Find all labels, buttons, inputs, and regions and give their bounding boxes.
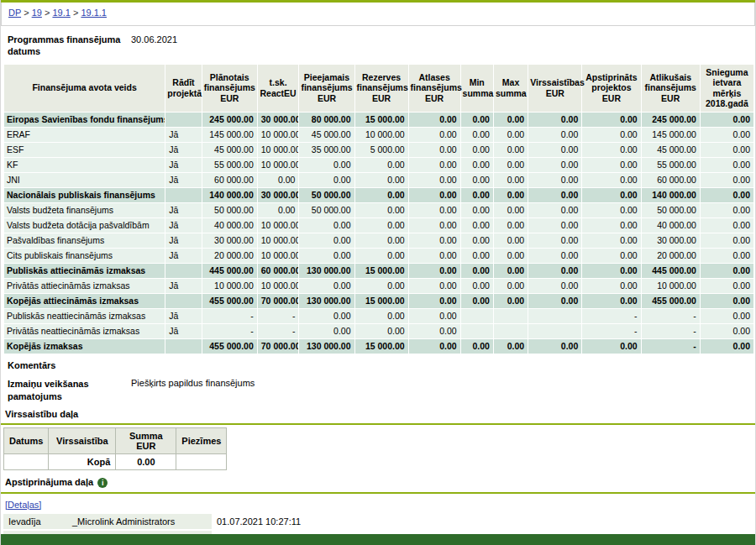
amount-cell: 0.00 bbox=[528, 233, 582, 248]
bottom-bar bbox=[1, 534, 755, 545]
amount-cell: 0.00 bbox=[460, 202, 493, 217]
virssaistibas-empty-cell bbox=[4, 453, 49, 469]
amount-cell: 0.00 bbox=[460, 172, 493, 187]
comment-block: Komentārs bbox=[1, 354, 755, 373]
show-in-project-cell bbox=[165, 338, 202, 354]
change-reason-value: Piešķirts papildus finansējums bbox=[131, 378, 255, 402]
amount-cell: 15 000.00 bbox=[354, 263, 408, 278]
amount-cell: 0.00 bbox=[528, 172, 582, 187]
amount-cell: 0.00 bbox=[408, 293, 460, 308]
amount-cell: 45 000.00 bbox=[299, 127, 354, 142]
amount-cell: 50 000.00 bbox=[299, 202, 354, 217]
breadcrumb-link[interactable]: 19.1 bbox=[52, 8, 70, 18]
finance-column-header: Finansējuma avota veids bbox=[4, 64, 165, 112]
finance-row: KFJā55 000.0010 000.000.000.000.000.000.… bbox=[4, 157, 754, 172]
finance-column-header: Snieguma ietvara mērķis 2018.gadā bbox=[700, 64, 753, 112]
amount-cell: 60 000.00 bbox=[202, 172, 257, 187]
finance-column-header: Max summa bbox=[493, 64, 528, 112]
breadcrumb: DP > 19 > 19.1 > 19.1.1 bbox=[1, 3, 755, 26]
finance-column-header: Rezerves finansējums EUR bbox=[354, 64, 408, 112]
amount-cell: 0.00 bbox=[299, 157, 354, 172]
funding-source-cell: Eiropas Savienības fondu finansējums bbox=[4, 112, 165, 127]
amount-cell: 0.00 bbox=[299, 278, 354, 293]
amount-cell: 0.00 bbox=[460, 112, 493, 127]
amount-cell: 0.00 bbox=[408, 112, 460, 127]
amount-cell: 0.00 bbox=[700, 187, 753, 202]
amount-cell: 50 000.00 bbox=[641, 202, 700, 217]
amount-cell: 30 000.00 bbox=[202, 233, 257, 248]
finance-row: Valsts budžeta dotācija pašvaldībāmJā40 … bbox=[4, 217, 754, 233]
amount-cell: 0.00 bbox=[460, 157, 493, 172]
amount-cell: - bbox=[257, 323, 299, 338]
amount-cell: 0.00 bbox=[460, 338, 493, 354]
amount-cell: 0.00 bbox=[460, 187, 493, 202]
amount-cell: 55 000.00 bbox=[202, 157, 257, 172]
finance-column-header: Rādīt projektā bbox=[165, 64, 202, 112]
show-in-project-cell: Jā bbox=[165, 248, 202, 263]
virssaistibas-section-title: Virssaistību daļa bbox=[1, 404, 755, 422]
finance-table: Finansējuma avota veidsRādīt projektāPlā… bbox=[3, 64, 754, 354]
show-in-project-cell: Jā bbox=[165, 172, 202, 187]
amount-cell: 0.00 bbox=[460, 217, 493, 233]
show-in-project-cell: Jā bbox=[165, 127, 202, 142]
finance-column-header: Apstiprināts projektos EUR bbox=[582, 64, 641, 112]
finance-column-header: Min summa bbox=[460, 64, 493, 112]
amount-cell: 0.00 bbox=[700, 112, 753, 127]
section-divider bbox=[1, 423, 755, 425]
breadcrumb-link[interactable]: DP bbox=[8, 8, 21, 18]
amount-cell: - bbox=[202, 323, 257, 338]
amount-cell: 0.00 bbox=[493, 293, 528, 308]
amount-cell: 50 000.00 bbox=[202, 202, 257, 217]
info-icon[interactable]: i bbox=[97, 478, 108, 488]
amount-cell: 0.00 bbox=[582, 142, 641, 157]
amount-cell: 35 000.00 bbox=[299, 142, 354, 157]
amount-cell: 0.00 bbox=[582, 248, 641, 263]
amount-cell: 0.00 bbox=[528, 293, 582, 308]
amount-cell: 0.00 bbox=[528, 187, 582, 202]
amount-cell: - bbox=[257, 308, 299, 323]
virssaistibas-column-header: Piezīmes bbox=[176, 427, 227, 453]
amount-cell: 145 000.00 bbox=[641, 127, 700, 142]
amount-cell: 0.00 bbox=[582, 157, 641, 172]
approval-action-cell bbox=[323, 514, 356, 530]
virssaistibas-column-header: Datums bbox=[4, 427, 49, 453]
amount-cell: 0.00 bbox=[528, 338, 582, 354]
amount-cell: 0.00 bbox=[700, 248, 753, 263]
amount-cell: 130 000.00 bbox=[299, 293, 354, 308]
amount-cell: 0.00 bbox=[528, 217, 582, 233]
amount-cell: 0.00 bbox=[493, 233, 528, 248]
amount-cell: 130 000.00 bbox=[299, 263, 354, 278]
breadcrumb-link[interactable]: 19 bbox=[32, 8, 42, 18]
amount-cell: 30 000.00 bbox=[641, 233, 700, 248]
amount-cell: 0.00 bbox=[408, 202, 460, 217]
amount-cell: 0.00 bbox=[582, 278, 641, 293]
amount-cell: 0.00 bbox=[493, 172, 528, 187]
approval-section-title: Apstiprinājuma daļai bbox=[1, 472, 755, 490]
finance-summary-row: Publiskās attiecināmās izmaksas445 000.0… bbox=[4, 263, 754, 278]
approval-role-label: Ievadīja bbox=[3, 514, 67, 530]
breadcrumb-link[interactable]: 19.1.1 bbox=[81, 8, 107, 18]
show-in-project-cell: Jā bbox=[165, 142, 202, 157]
finance-row: Pašvaldības finansējumsJā30 000.0010 000… bbox=[4, 233, 754, 248]
show-in-project-cell bbox=[165, 112, 202, 127]
virssaistibas-table: DatumsVirssaistībaSumma EURPiezīmes Kopā… bbox=[3, 427, 227, 470]
amount-cell: 245 000.00 bbox=[641, 112, 700, 127]
details-link[interactable]: [Detaļas] bbox=[5, 500, 41, 510]
amount-cell: 60 000.00 bbox=[641, 172, 700, 187]
amount-cell: 0.00 bbox=[493, 142, 528, 157]
section-divider bbox=[1, 492, 755, 494]
amount-cell: 15 000.00 bbox=[354, 293, 408, 308]
finance-row: Privātās attiecināmās izmaksasJā10 000.0… bbox=[4, 278, 754, 293]
funding-source-cell: ESF bbox=[4, 142, 165, 157]
amount-cell bbox=[460, 323, 493, 338]
approval-person-name: _Microlink Administrators bbox=[67, 514, 212, 530]
amount-cell: 0.00 bbox=[700, 157, 753, 172]
funding-source-cell: Valsts budžeta finansējums bbox=[4, 202, 165, 217]
funding-source-cell: Kopējās attiecināmās izmaksas bbox=[4, 293, 165, 308]
amount-cell: 0.00 bbox=[493, 338, 528, 354]
amount-cell: 0.00 bbox=[700, 217, 753, 233]
virssaistibas-empty-cell bbox=[176, 453, 227, 469]
amount-cell: 0.00 bbox=[700, 338, 753, 354]
amount-cell: 0.00 bbox=[493, 248, 528, 263]
amount-cell: 0.00 bbox=[493, 263, 528, 278]
